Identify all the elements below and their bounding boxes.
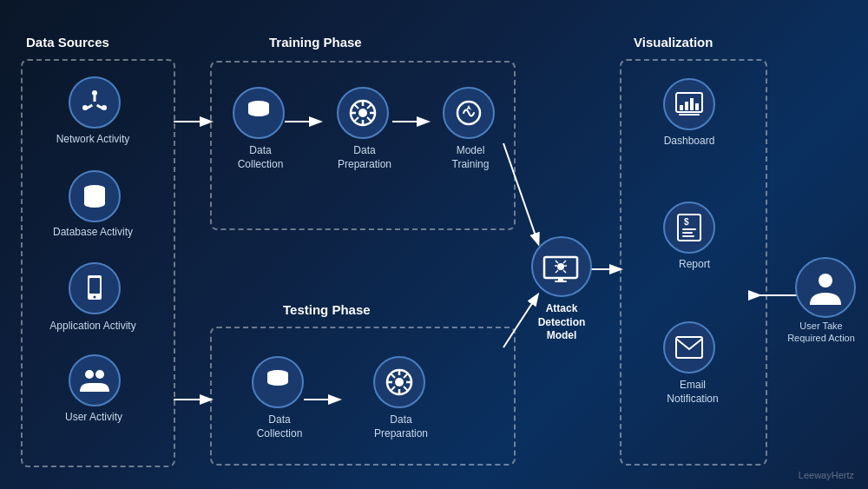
svg-point-47 bbox=[267, 379, 288, 386]
svg-line-55 bbox=[404, 387, 408, 391]
attack-detection-model-icon bbox=[531, 236, 592, 297]
svg-rect-73 bbox=[690, 98, 694, 110]
report-icon: $ bbox=[663, 202, 715, 254]
dashboard-icon bbox=[663, 78, 715, 130]
svg-rect-68 bbox=[555, 281, 567, 282]
svg-point-24 bbox=[94, 296, 96, 299]
model-training-label: ModelTraining bbox=[429, 144, 512, 171]
application-activity-icon bbox=[69, 262, 121, 314]
svg-point-33 bbox=[358, 109, 367, 117]
svg-line-40 bbox=[367, 104, 372, 109]
testing-data-prep-label: DataPreparation bbox=[359, 413, 443, 440]
svg-point-25 bbox=[85, 370, 94, 379]
report-label: Report bbox=[668, 258, 720, 272]
svg-line-56 bbox=[404, 373, 408, 378]
testing-phase-label: Testing Phase bbox=[283, 302, 371, 317]
dashboard-label: Dashboard bbox=[656, 135, 722, 149]
svg-point-21 bbox=[84, 201, 105, 208]
svg-rect-74 bbox=[695, 103, 699, 110]
svg-point-60 bbox=[557, 263, 564, 270]
svg-rect-13 bbox=[86, 104, 93, 110]
svg-rect-23 bbox=[89, 278, 100, 294]
training-data-prep-label: DataPreparation bbox=[323, 144, 406, 171]
svg-line-41 bbox=[354, 117, 358, 122]
visualization-label: Visualization bbox=[634, 35, 713, 50]
svg-rect-72 bbox=[685, 102, 688, 110]
network-activity-label: Network Activity bbox=[54, 133, 132, 147]
model-training-icon bbox=[443, 87, 495, 139]
user-activity-icon bbox=[69, 354, 121, 406]
application-activity-label: Application Activity bbox=[43, 320, 143, 334]
svg-rect-79 bbox=[682, 235, 694, 237]
watermark: LeewayHertz bbox=[799, 470, 854, 480]
svg-point-49 bbox=[395, 378, 404, 387]
svg-line-39 bbox=[367, 117, 372, 122]
network-activity-icon bbox=[69, 76, 121, 129]
svg-line-57 bbox=[391, 387, 395, 391]
svg-text:$: $ bbox=[684, 217, 689, 227]
data-sources-label: Data Sources bbox=[26, 35, 109, 50]
training-data-collection-icon bbox=[233, 87, 285, 139]
svg-rect-70 bbox=[679, 114, 700, 116]
svg-rect-12 bbox=[94, 96, 96, 102]
svg-rect-71 bbox=[680, 105, 683, 110]
svg-rect-67 bbox=[558, 278, 563, 281]
svg-point-26 bbox=[95, 370, 104, 379]
user-action-icon bbox=[795, 257, 856, 318]
svg-point-9 bbox=[92, 90, 97, 96]
svg-rect-78 bbox=[682, 232, 693, 234]
user-activity-label: User Activity bbox=[58, 411, 129, 425]
testing-data-collection-icon bbox=[252, 356, 304, 408]
testing-data-collection-label: DataCollection bbox=[238, 413, 321, 440]
database-activity-icon bbox=[69, 170, 121, 222]
email-notification-label: EmailNotification bbox=[649, 379, 736, 406]
svg-line-54 bbox=[391, 373, 395, 378]
testing-data-prep-icon bbox=[373, 356, 425, 408]
svg-rect-77 bbox=[682, 228, 696, 230]
diagram: Data Sources Network Activity Database A… bbox=[0, 0, 868, 489]
training-data-collection-label: DataCollection bbox=[219, 144, 302, 171]
svg-point-31 bbox=[248, 109, 269, 116]
svg-rect-14 bbox=[96, 104, 103, 110]
training-phase-label: Training Phase bbox=[269, 35, 362, 50]
svg-point-81 bbox=[819, 274, 832, 287]
database-activity-label: Database Activity bbox=[49, 226, 136, 240]
email-notification-icon bbox=[663, 321, 715, 373]
attack-detection-model-label: AttackDetectionModel bbox=[520, 302, 603, 343]
user-action-label: User TakeRequired Action bbox=[781, 320, 861, 345]
svg-rect-80 bbox=[676, 337, 702, 358]
svg-line-38 bbox=[354, 104, 358, 109]
training-data-prep-icon bbox=[337, 87, 389, 139]
